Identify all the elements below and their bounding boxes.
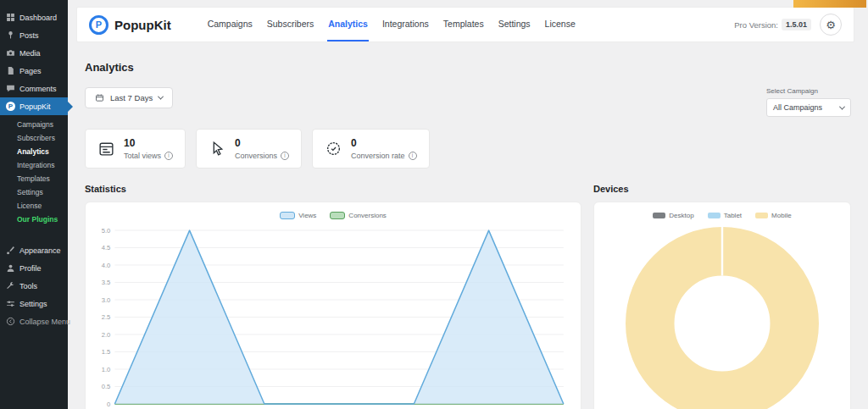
legend-item-views: Views <box>280 212 316 219</box>
statistics-heading: Statistics <box>85 184 581 194</box>
sidebar-subitem-campaigns[interactable]: Campaigns <box>0 118 68 131</box>
sidebar-item-label: Collapse Menu <box>19 318 70 326</box>
campaign-filter: Select Campaign All Campaigns <box>766 87 851 117</box>
views-swatch <box>280 212 295 219</box>
stat-label: Conversion rate i <box>351 152 417 160</box>
svg-text:4.0: 4.0 <box>102 262 111 269</box>
comments-icon <box>6 84 15 93</box>
sidebar-item-label: Pages <box>19 67 42 75</box>
popupkit-icon: P <box>6 102 15 111</box>
sidebar-item-profile[interactable]: Profile <box>0 259 68 277</box>
dashboard-icon <box>6 13 15 22</box>
sidebar-subitem-license[interactable]: License <box>0 199 68 213</box>
sidebar-item-label: Comments <box>19 85 57 93</box>
nav-tab-license[interactable]: License <box>544 8 576 41</box>
sidebar-item-posts[interactable]: Posts <box>0 26 68 44</box>
stat-value: 0 <box>351 137 417 149</box>
stat-value: 0 <box>235 137 289 149</box>
popupkit-logo-icon: P <box>89 15 108 35</box>
sidebar-item-label: Dashboard <box>19 14 57 22</box>
sidebar-item-label: Media <box>19 49 41 58</box>
top-right-orange-strip <box>793 0 866 8</box>
plugin-nav: Campaigns Subscribers Analytics Integrat… <box>207 8 576 41</box>
legend-item-desktop: Desktop <box>653 212 693 219</box>
page-title: Analytics <box>85 61 851 74</box>
devices-heading: Devices <box>593 184 851 194</box>
svg-text:1.5: 1.5 <box>102 348 111 356</box>
nav-tab-templates[interactable]: Templates <box>442 8 485 41</box>
sidebar-subitem-subscribers[interactable]: Subscribers <box>0 131 68 145</box>
sidebar-item-label: Appearance <box>19 246 61 255</box>
charts-row: Statistics Views Conversions <box>85 184 851 409</box>
legend-item-tablet: Tablet <box>708 212 742 219</box>
legend-label: Desktop <box>669 212 693 219</box>
devices-legend: Desktop Tablet Mobile <box>603 212 842 219</box>
devices-donut-chart <box>626 227 819 409</box>
date-range-button[interactable]: Last 7 Days <box>85 87 173 108</box>
cursor-icon <box>209 140 226 158</box>
stat-text: 0 Conversion rate i <box>351 137 417 160</box>
pages-icon <box>6 66 15 75</box>
stat-text: 0 Conversions i <box>235 137 289 160</box>
sidebar-item-label: Posts <box>19 31 39 40</box>
info-icon[interactable]: i <box>281 152 289 160</box>
wp-admin-sidebar: Dashboard Posts Media Pages Comments P P… <box>0 0 68 409</box>
campaign-select[interactable]: All Campaigns <box>766 98 851 117</box>
sidebar-item-dashboard[interactable]: Dashboard <box>0 8 68 26</box>
sidebar-item-popupkit[interactable]: P PopupKit <box>0 97 68 115</box>
nav-tab-analytics[interactable]: Analytics <box>327 8 369 41</box>
legend-label: Tablet <box>724 212 742 219</box>
statistics-area-chart: 5.04.54.03.53.02.52.01.51.00.5019 Aug 25… <box>92 225 574 409</box>
svg-text:3.0: 3.0 <box>102 296 111 304</box>
sidebar-subitem-our-plugins[interactable]: Our Plugins <box>0 213 68 226</box>
statistics-legend: Views Conversions <box>92 212 574 219</box>
header-gear-button[interactable]: ⚙ <box>820 14 842 36</box>
legend-label: Conversions <box>348 212 386 219</box>
nav-tab-subscribers[interactable]: Subscribers <box>266 8 314 41</box>
conversions-card: 0 Conversions i <box>196 129 302 169</box>
statistics-section: Statistics Views Conversions <box>85 184 581 409</box>
legend-label: Mobile <box>771 212 792 219</box>
select-campaign-label: Select Campaign <box>766 87 851 95</box>
sidebar-subitem-integrations[interactable]: Integrations <box>0 158 68 172</box>
nav-tab-campaigns[interactable]: Campaigns <box>207 8 253 41</box>
campaign-select-value: All Campaigns <box>773 103 822 112</box>
stat-value: 10 <box>124 137 173 149</box>
sidebar-subitem-analytics[interactable]: Analytics <box>0 145 68 158</box>
version-badge: 1.5.01 <box>782 19 811 30</box>
calendar-icon <box>95 93 104 102</box>
pro-version-label: Pro Version: <box>734 20 778 30</box>
brand: P PopupKit <box>89 15 171 35</box>
sidebar-subitem-templates[interactable]: Templates <box>0 172 68 185</box>
statistics-card: Views Conversions 5.04.54.03.53.02.52.01… <box>85 202 581 409</box>
pro-version: Pro Version: 1.5.01 <box>734 19 811 30</box>
sidebar-item-comments[interactable]: Comments <box>0 80 68 97</box>
conversions-swatch <box>330 212 345 219</box>
screen: Dashboard Posts Media Pages Comments P P… <box>0 0 868 409</box>
appearance-icon <box>6 246 15 255</box>
sidebar-item-pages[interactable]: Pages <box>0 62 68 80</box>
desktop-swatch <box>653 213 665 218</box>
info-icon[interactable]: i <box>409 152 417 160</box>
posts-icon <box>6 30 15 40</box>
collapse-menu-button[interactable]: Collapse Menu <box>0 312 68 330</box>
date-range-label: Last 7 Days <box>110 93 153 102</box>
profile-icon <box>6 263 15 273</box>
sidebar-item-settings[interactable]: Settings <box>0 295 68 312</box>
info-icon[interactable]: i <box>164 152 173 160</box>
brand-name: PopupKit <box>114 18 171 32</box>
nav-tab-settings[interactable]: Settings <box>498 8 531 41</box>
legend-item-conversions: Conversions <box>330 212 386 219</box>
legend-label: Views <box>298 212 316 219</box>
plugin-header: P PopupKit Campaigns Subscribers Analyti… <box>76 7 854 42</box>
svg-text:0.5: 0.5 <box>102 383 111 390</box>
svg-text:5.0: 5.0 <box>102 227 111 235</box>
sidebar-item-tools[interactable]: Tools <box>0 277 68 295</box>
nav-tab-integrations[interactable]: Integrations <box>381 8 430 41</box>
sidebar-item-appearance[interactable]: Appearance <box>0 241 68 259</box>
views-icon <box>97 140 115 158</box>
sidebar-item-media[interactable]: Media <box>0 44 68 62</box>
legend-item-mobile: Mobile <box>755 212 792 219</box>
sidebar-subitem-settings[interactable]: Settings <box>0 185 68 199</box>
devices-section: Devices Desktop Tablet <box>593 184 851 409</box>
